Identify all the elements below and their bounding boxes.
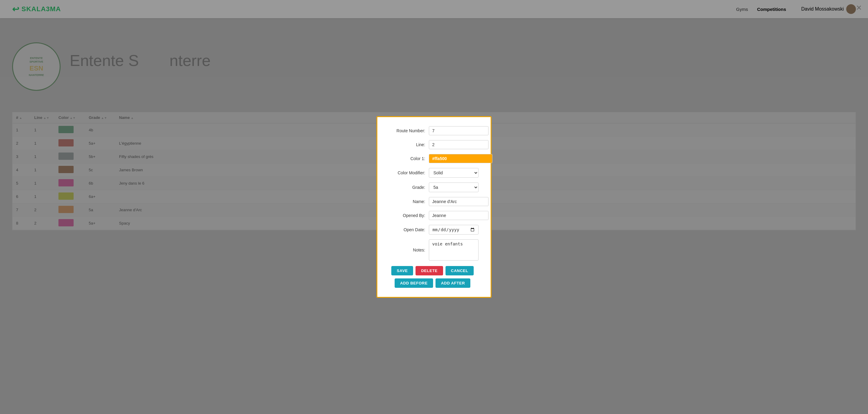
notes-label: Notes: xyxy=(386,247,429,252)
open-date-label: Open Date: xyxy=(386,227,429,232)
color1-row: Color 1: xyxy=(386,154,478,163)
color-modifier-select[interactable]: Solid Striped Spotted xyxy=(429,168,478,178)
color-modifier-label: Color Modifier: xyxy=(386,170,429,175)
route-number-label: Route Number: xyxy=(386,128,429,133)
action-buttons: SAVE DELETE CANCEL xyxy=(386,266,478,275)
route-number-row: Route Number: xyxy=(386,126,478,135)
color1-label: Color 1: xyxy=(386,156,429,161)
name-label: Name: xyxy=(386,199,429,204)
grade-label: Grade: xyxy=(386,185,429,190)
position-buttons: ADD BEFORE ADD AFTER xyxy=(386,278,478,288)
cancel-button[interactable]: CANCEL xyxy=(445,266,474,275)
opened-by-label: Opened By: xyxy=(386,213,429,218)
open-date-row: Open Date: xyxy=(386,225,478,235)
delete-button[interactable]: DELETE xyxy=(415,266,443,275)
notes-row: Notes: voie enfants xyxy=(386,239,478,261)
color1-input[interactable] xyxy=(429,154,492,163)
grade-select[interactable]: 3a3b3c 4a4b4c 5a5a+5b5b+ 5c5c+ 6a6a+6b6b… xyxy=(429,182,478,192)
route-number-input[interactable] xyxy=(429,126,489,135)
notes-textarea[interactable]: voie enfants xyxy=(429,239,478,261)
open-date-input[interactable] xyxy=(429,225,478,235)
opened-by-row: Opened By: xyxy=(386,211,478,220)
color-modifier-row: Color Modifier: Solid Striped Spotted xyxy=(386,168,478,178)
add-after-button[interactable]: ADD AFTER xyxy=(435,278,470,288)
line-row: Line: xyxy=(386,140,478,149)
save-button[interactable]: SAVE xyxy=(391,266,413,275)
name-row: Name: xyxy=(386,197,478,206)
grade-row: Grade: 3a3b3c 4a4b4c 5a5a+5b5b+ 5c5c+ 6a… xyxy=(386,182,478,192)
name-input[interactable] xyxy=(429,197,489,206)
line-input[interactable] xyxy=(429,140,489,149)
add-before-button[interactable]: ADD BEFORE xyxy=(395,278,433,288)
route-edit-modal: Route Number: Line: Color 1: Color Modif… xyxy=(376,116,492,298)
opened-by-input[interactable] xyxy=(429,211,489,220)
line-label: Line: xyxy=(386,142,429,147)
close-button[interactable]: ✕ xyxy=(856,4,862,12)
